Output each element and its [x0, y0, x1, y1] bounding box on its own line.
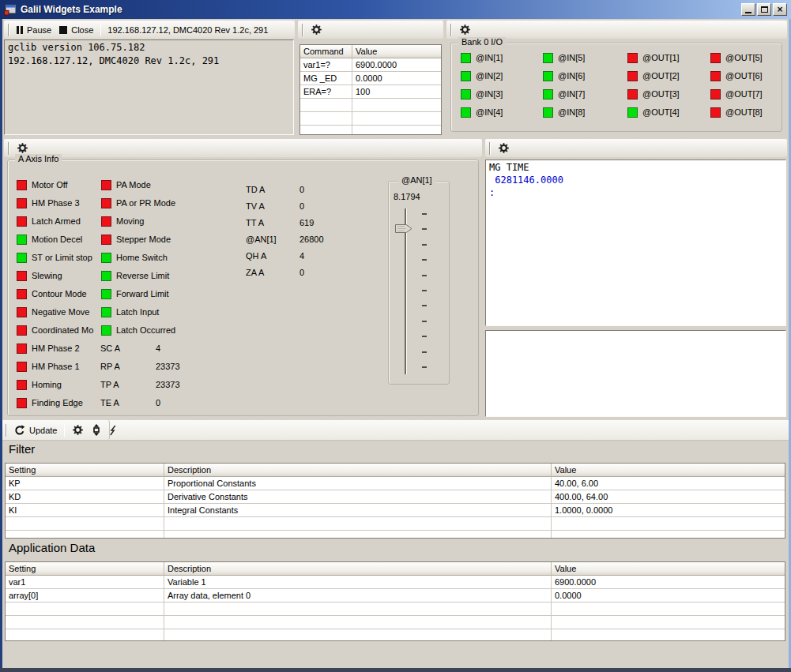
column-header-command[interactable]: Command [300, 45, 352, 58]
terminal-output[interactable]: MG TIME 6281146.0000 : [485, 160, 786, 326]
io-indicator: @IN[1] [461, 53, 503, 63]
column-header-setting[interactable]: Setting [6, 464, 164, 477]
led-icon [17, 216, 27, 227]
terminal-toolbar [485, 139, 787, 157]
titlebar[interactable]: Galil Widgets Example × [0, 0, 791, 19]
column-header-value[interactable]: Value [552, 562, 785, 576]
app-window: Galil Widgets Example × Pause Close 192.… [0, 0, 791, 672]
table-row[interactable]: KD Derivative Constants 400.00, 64.00 [6, 490, 785, 504]
table-row[interactable] [6, 517, 785, 531]
cell-description: Integral Constants [164, 504, 552, 516]
table-row[interactable]: MG _ED 0.0000 [300, 72, 441, 85]
table-row[interactable]: var1 Variable 1 6900.0000 [6, 576, 785, 589]
cell-value: 400.00, 64.00 [552, 490, 785, 503]
column-header-description[interactable]: Description [164, 562, 552, 576]
close-button[interactable]: × [773, 3, 787, 16]
toolbar-grip[interactable] [489, 142, 491, 155]
console-line: 192.168.127.12, DMC4020 Rev 1.2c, 291 [8, 55, 219, 66]
cell-description: Array data, element 0 [164, 589, 552, 602]
cell-setting: KI [6, 504, 164, 516]
cell-value: 6900.0000 [352, 58, 441, 71]
status-indicator: ST or Limit stop [17, 253, 92, 263]
toolbar-grip[interactable] [8, 24, 9, 36]
led-icon [627, 71, 638, 81]
led-icon [17, 198, 27, 208]
table-row[interactable] [6, 531, 785, 539]
close-connection-button[interactable]: Close [55, 24, 97, 36]
gear-icon [311, 24, 322, 36]
io-indicator: @OUT[4] [627, 107, 680, 118]
status-indicator: Motor Off [17, 180, 68, 190]
settings-button[interactable] [455, 22, 475, 37]
table-row[interactable] [300, 99, 441, 112]
maximize-button[interactable] [757, 3, 771, 16]
slider-thumb[interactable] [395, 224, 412, 233]
settings-button[interactable] [494, 141, 514, 156]
close-icon: × [777, 5, 782, 14]
led-icon [543, 71, 553, 81]
table-row[interactable]: var1=? 6900.0000 [300, 58, 441, 72]
console-output[interactable]: gclib version 106.75.182 192.168.127.12,… [4, 39, 294, 135]
table-row[interactable] [300, 126, 441, 135]
led-icon [543, 89, 553, 99]
column-header-description[interactable]: Description [164, 464, 552, 477]
column-header-value[interactable]: Value [352, 45, 441, 58]
io-indicator: @IN[6] [543, 71, 585, 81]
status-indicator: Latch Input [101, 307, 159, 317]
table-row[interactable]: ERA=? 100 [300, 85, 441, 99]
value-readout: TP A23373 [100, 380, 180, 390]
update-button[interactable]: Update [10, 423, 61, 437]
application-data-table-header: Setting Description Value [6, 562, 785, 576]
slider-track[interactable] [405, 208, 407, 374]
toolbar-grip[interactable] [302, 24, 303, 36]
led-icon [17, 180, 27, 190]
led-icon [710, 89, 721, 99]
table-row[interactable]: KP Proportional Constants 40.00, 6.00 [6, 477, 785, 490]
minimize-button[interactable] [741, 3, 755, 16]
pause-icon [17, 26, 23, 34]
value-readout: QH A4 [246, 251, 304, 261]
application-data-table: Setting Description Value var1 Variable … [5, 561, 785, 641]
table-row[interactable] [6, 629, 785, 641]
vertical-arrows-icon [92, 424, 101, 436]
settings-button[interactable] [307, 22, 326, 37]
cell-value: 100 [352, 85, 441, 98]
update-label: Update [29, 426, 57, 435]
led-icon [17, 380, 27, 390]
io-indicator: @IN[5] [543, 53, 585, 63]
bank-io-panel: Bank 0 I/O @IN[1] @IN[2] @IN[3] @IN[4] @… [446, 20, 788, 136]
gear-icon [17, 142, 28, 154]
axis-scale-button[interactable] [88, 422, 105, 437]
groupbox-title: A Axis Info [15, 154, 62, 164]
toolbar-separator [64, 424, 65, 437]
table-row[interactable] [300, 112, 441, 126]
status-indicator: HM Phase 3 [17, 198, 80, 208]
message-box[interactable] [485, 330, 786, 417]
settings-button[interactable] [68, 422, 88, 437]
lightning-icon [109, 425, 117, 436]
toolbar-grip[interactable] [6, 424, 7, 437]
cell-value: 40.00, 6.00 [552, 477, 785, 490]
table-row[interactable] [6, 616, 785, 629]
led-icon [710, 107, 721, 118]
column-header-setting[interactable]: Setting [6, 562, 164, 576]
pause-button[interactable]: Pause [13, 24, 55, 36]
flash-button[interactable] [105, 423, 121, 437]
value-readout: TT A619 [246, 218, 314, 228]
status-indicator: PA or PR Mode [101, 198, 175, 208]
toolbar-grip[interactable] [450, 24, 452, 36]
table-row[interactable]: array[0] Array data, element 0 0.0000 [6, 589, 785, 603]
led-icon [101, 216, 111, 227]
gear-icon [498, 142, 510, 154]
slider-value: 8.1794 [394, 192, 420, 201]
led-icon [17, 289, 27, 299]
toolbar-grip[interactable] [8, 142, 9, 155]
filter-table-header: Setting Description Value [6, 464, 785, 477]
column-header-value[interactable]: Value [552, 464, 785, 477]
led-icon [101, 289, 111, 299]
table-row[interactable]: KI Integral Constants 1.0000, 0.0000 [6, 504, 785, 517]
table-row[interactable] [6, 603, 785, 616]
cell-value: 0.0000 [352, 72, 441, 84]
status-indicator: Negative Move [17, 307, 89, 317]
io-indicator: @IN[7] [543, 89, 585, 99]
